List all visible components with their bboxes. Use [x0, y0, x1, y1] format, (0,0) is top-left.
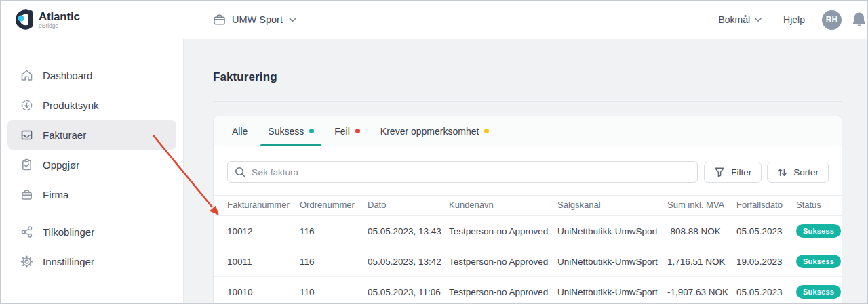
search-input[interactable] [252, 167, 690, 177]
cell-order-number: 116 [300, 246, 368, 277]
home-icon [20, 69, 33, 82]
filter-button[interactable]: Filter [704, 162, 762, 183]
sidebar-item-produktsynk[interactable]: Produktsynk [7, 90, 176, 120]
cell-due-date: 19.05.2023 [736, 246, 796, 277]
briefcase-icon [20, 188, 33, 201]
workspace-selector[interactable]: UMW Sport [213, 14, 296, 26]
sort-arrows-icon [777, 167, 787, 177]
sidebar-item-label: Fakturaer [43, 129, 86, 141]
sidebar: Dashboard Produktsynk [1, 39, 184, 304]
table-header-row: Fakturanummer Ordrenummer Dato Kundenavn… [214, 196, 842, 216]
tab-feil[interactable]: Feil [327, 116, 368, 146]
help-link[interactable]: Hjelp [783, 14, 805, 25]
success-dot-icon [309, 129, 314, 133]
table-row[interactable]: 10010 110 05.05.2023, 11:06 Testperson-n… [214, 277, 842, 304]
sidebar-item-label: Innstillinger [43, 256, 94, 267]
notifications-bell-icon[interactable] [850, 10, 868, 29]
tab-label: Feil [334, 126, 350, 137]
brand-logo: Atlantic eBridge [1, 6, 184, 33]
table-row[interactable]: 10011 116 05.05.2023, 13:42 Testperson-n… [214, 246, 842, 277]
cell-sum: 1,716.51 NOK [667, 246, 736, 277]
sidebar-item-label: Tilkoblinger [43, 226, 94, 238]
cell-sales-channel: UniNettbutikk-UmwSport [557, 216, 667, 246]
tab-label: Krever oppmerksomhet [380, 126, 479, 137]
cell-order-number: 110 [300, 277, 368, 304]
share-icon [20, 225, 33, 238]
top-bar: Atlantic eBridge UMW Sport Bokmål [1, 1, 867, 39]
cell-sales-channel: UniNettbutikk-UmwSport [557, 246, 667, 277]
cell-invoice-number: 10012 [214, 216, 300, 246]
status-tabs: Alle Suksess Feil Krever oppmerksomhet [214, 116, 842, 146]
column-header[interactable]: Ordrenummer [300, 196, 368, 216]
sidebar-item-dashboard[interactable]: Dashboard [7, 60, 176, 90]
tab-label: Alle [232, 126, 248, 137]
sidebar-divider [6, 213, 178, 213]
tab-label: Suksess [268, 126, 304, 137]
warning-dot-icon [484, 129, 489, 133]
status-badge: Suksess [796, 285, 841, 299]
sidebar-item-label: Oppgjør [43, 159, 79, 171]
status-badge: Suksess [796, 224, 841, 238]
invoice-inbox-icon [20, 129, 33, 142]
table-row[interactable]: 10012 116 05.05.2023, 13:43 Testperson-n… [214, 216, 842, 246]
cell-invoice-number: 10010 [214, 277, 300, 304]
tab-alle[interactable]: Alle [224, 116, 255, 146]
cell-date: 05.05.2023, 13:42 [368, 246, 449, 277]
brand-subtitle: eBridge [39, 23, 80, 29]
search-box [227, 161, 698, 183]
column-header[interactable]: Status [796, 196, 842, 216]
invoices-table: Fakturanummer Ordrenummer Dato Kundenavn… [214, 195, 842, 304]
chevron-down-icon [289, 18, 296, 22]
sidebar-item-oppgjor[interactable]: Oppgjør [7, 150, 176, 179]
column-header[interactable]: Forfallsdato [736, 196, 796, 216]
clipboard-check-icon [20, 158, 33, 171]
column-header[interactable]: Fakturanummer [214, 196, 300, 216]
column-header[interactable]: Kundenavn [449, 196, 557, 216]
cell-invoice-number: 10011 [214, 246, 300, 277]
gear-icon [20, 255, 33, 268]
sidebar-item-fakturaer[interactable]: Fakturaer [7, 120, 176, 150]
filter-label: Filter [731, 167, 751, 177]
sidebar-item-label: Produktsynk [43, 100, 99, 111]
search-icon [235, 167, 245, 177]
sync-icon [20, 99, 33, 112]
sidebar-item-innstillinger[interactable]: Innstillinger [7, 246, 176, 276]
cell-sum: -1,907.63 NOK [667, 277, 736, 304]
page-title: Fakturering [213, 70, 842, 84]
briefcase-icon [213, 14, 226, 26]
app-window: Atlantic eBridge UMW Sport Bokmål [0, 0, 868, 304]
column-header[interactable]: Salgskanal [557, 196, 667, 216]
cell-customer: Testperson-no Approved [449, 277, 557, 304]
sidebar-item-tilkoblinger[interactable]: Tilkoblinger [7, 217, 176, 246]
sidebar-item-label: Firma [43, 189, 68, 200]
cell-customer: Testperson-no Approved [449, 216, 557, 246]
table-toolbar: Filter Sorter [214, 146, 842, 195]
tab-suksess[interactable]: Suksess [260, 116, 321, 146]
cell-sum: -808.88 NOK [667, 216, 736, 246]
cell-date: 05.05.2023, 11:06 [368, 277, 449, 304]
cell-date: 05.05.2023, 13:43 [368, 216, 449, 246]
sidebar-item-firma[interactable]: Firma [7, 179, 176, 209]
cell-due-date: 05.05.2023 [736, 216, 796, 246]
main-content: Fakturering Alle Suksess Feil [184, 39, 867, 304]
funnel-icon [714, 167, 725, 177]
column-header[interactable]: Dato [368, 196, 449, 216]
sort-label: Sorter [793, 167, 818, 177]
brand-name: Atlantic [39, 11, 80, 22]
tab-krever-oppmerksomhet[interactable]: Krever oppmerksomhet [373, 116, 497, 146]
workspace-name: UMW Sport [232, 14, 283, 25]
sort-button[interactable]: Sorter [767, 162, 829, 183]
cell-due-date: 05.05.2023 [736, 277, 796, 304]
invoices-card: Alle Suksess Feil Krever oppmerksomhet [213, 116, 842, 304]
column-header[interactable]: Sum inkl. MVA [667, 196, 736, 216]
status-badge: Suksess [796, 255, 841, 268]
language-label: Bokmål [718, 14, 750, 25]
user-avatar[interactable]: RH [822, 10, 842, 30]
error-dot-icon [355, 129, 360, 133]
cell-customer: Testperson-no Approved [449, 246, 557, 277]
sidebar-item-label: Dashboard [43, 70, 92, 81]
language-selector[interactable]: Bokmål [718, 14, 762, 25]
cell-order-number: 116 [300, 216, 368, 246]
brand-mark-icon [10, 6, 36, 33]
title-divider [213, 101, 842, 102]
